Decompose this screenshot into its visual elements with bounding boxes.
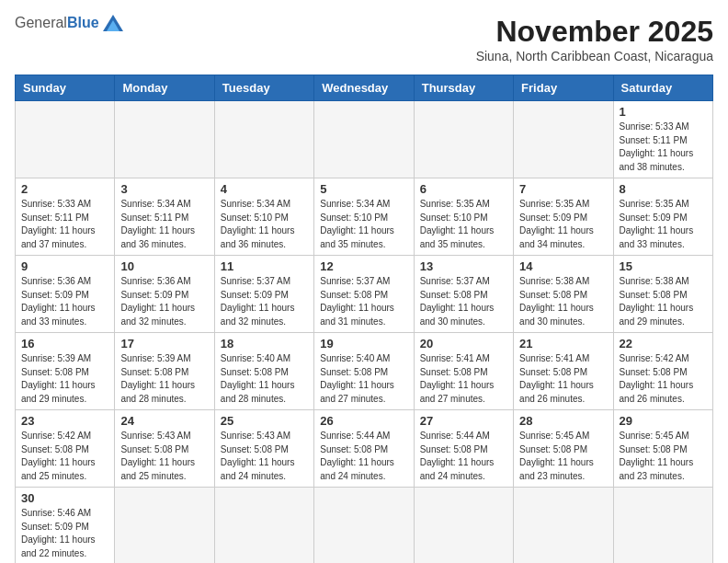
day-info: Sunrise: 5:37 AM Sunset: 5:08 PM Dayligh… [420, 275, 507, 328]
day-info: Sunrise: 5:33 AM Sunset: 5:11 PM Dayligh… [21, 198, 108, 251]
day-number: 12 [320, 259, 407, 273]
calendar-cell [514, 488, 613, 564]
day-info: Sunrise: 5:42 AM Sunset: 5:08 PM Dayligh… [21, 430, 108, 483]
calendar-cell: 29Sunrise: 5:45 AM Sunset: 5:08 PM Dayli… [613, 410, 712, 488]
calendar-cell [314, 488, 414, 564]
day-info: Sunrise: 5:35 AM Sunset: 5:09 PM Dayligh… [519, 198, 607, 251]
calendar-cell: 5Sunrise: 5:34 AM Sunset: 5:10 PM Daylig… [314, 178, 414, 256]
calendar-cell [414, 101, 513, 178]
title-block: November 2025 Siuna, North Caribbean Coa… [476, 15, 713, 63]
calendar-cell: 30Sunrise: 5:46 AM Sunset: 5:09 PM Dayli… [16, 488, 115, 564]
calendar-cell: 2Sunrise: 5:33 AM Sunset: 5:11 PM Daylig… [16, 178, 115, 256]
day-info: Sunrise: 5:40 AM Sunset: 5:08 PM Dayligh… [221, 352, 308, 406]
column-header-sunday: Sunday [16, 75, 115, 101]
day-info: Sunrise: 5:43 AM Sunset: 5:08 PM Dayligh… [221, 430, 308, 483]
day-number: 8 [620, 182, 707, 196]
day-info: Sunrise: 5:41 AM Sunset: 5:08 PM Dayligh… [519, 352, 607, 406]
day-info: Sunrise: 5:42 AM Sunset: 5:08 PM Dayligh… [620, 352, 707, 406]
day-number: 25 [221, 414, 308, 428]
day-info: Sunrise: 5:37 AM Sunset: 5:08 PM Dayligh… [320, 275, 407, 328]
calendar-cell: 13Sunrise: 5:37 AM Sunset: 5:08 PM Dayli… [414, 256, 513, 333]
calendar-cell: 21Sunrise: 5:41 AM Sunset: 5:08 PM Dayli… [514, 333, 613, 410]
location-subtitle: Siuna, North Caribbean Coast, Nicaragua [476, 49, 713, 63]
calendar-cell [514, 101, 613, 178]
logo: General Blue [15, 15, 123, 31]
calendar-week-row: 16Sunrise: 5:39 AM Sunset: 5:08 PM Dayli… [16, 333, 713, 410]
day-number: 10 [120, 259, 208, 273]
calendar-cell: 1Sunrise: 5:33 AM Sunset: 5:11 PM Daylig… [613, 101, 712, 178]
day-info: Sunrise: 5:38 AM Sunset: 5:08 PM Dayligh… [519, 275, 607, 328]
day-info: Sunrise: 5:45 AM Sunset: 5:08 PM Dayligh… [519, 430, 607, 483]
day-number: 7 [519, 182, 607, 196]
calendar-cell: 3Sunrise: 5:34 AM Sunset: 5:11 PM Daylig… [115, 178, 214, 256]
day-info: Sunrise: 5:36 AM Sunset: 5:09 PM Dayligh… [120, 275, 208, 328]
day-number: 3 [120, 182, 208, 196]
calendar-cell [214, 101, 313, 178]
calendar-cell: 28Sunrise: 5:45 AM Sunset: 5:08 PM Dayli… [514, 410, 613, 488]
day-number: 29 [620, 414, 707, 428]
day-number: 17 [120, 337, 208, 350]
calendar-cell: 24Sunrise: 5:43 AM Sunset: 5:08 PM Dayli… [115, 410, 214, 488]
day-number: 27 [420, 414, 507, 428]
day-number: 18 [221, 337, 308, 350]
calendar-week-row: 1Sunrise: 5:33 AM Sunset: 5:11 PM Daylig… [16, 101, 713, 178]
calendar-cell: 6Sunrise: 5:35 AM Sunset: 5:10 PM Daylig… [414, 178, 513, 256]
day-number: 24 [120, 414, 208, 428]
day-info: Sunrise: 5:39 AM Sunset: 5:08 PM Dayligh… [21, 352, 108, 406]
day-info: Sunrise: 5:41 AM Sunset: 5:08 PM Dayligh… [420, 352, 507, 406]
day-info: Sunrise: 5:46 AM Sunset: 5:09 PM Dayligh… [21, 507, 108, 560]
calendar-cell [115, 488, 214, 564]
day-info: Sunrise: 5:38 AM Sunset: 5:08 PM Dayligh… [620, 275, 707, 328]
day-info: Sunrise: 5:34 AM Sunset: 5:11 PM Dayligh… [120, 198, 208, 251]
day-info: Sunrise: 5:37 AM Sunset: 5:09 PM Dayligh… [221, 275, 308, 328]
day-info: Sunrise: 5:35 AM Sunset: 5:09 PM Dayligh… [620, 198, 707, 251]
logo-icon [103, 15, 123, 31]
calendar-cell: 12Sunrise: 5:37 AM Sunset: 5:08 PM Dayli… [314, 256, 414, 333]
day-info: Sunrise: 5:44 AM Sunset: 5:08 PM Dayligh… [320, 430, 407, 483]
calendar-header-row: SundayMondayTuesdayWednesdayThursdayFrid… [16, 75, 713, 101]
column-header-friday: Friday [514, 75, 613, 101]
column-header-saturday: Saturday [613, 75, 712, 101]
day-number: 14 [519, 259, 607, 273]
day-number: 22 [620, 337, 707, 350]
day-number: 15 [620, 259, 707, 273]
calendar-table: SundayMondayTuesdayWednesdayThursdayFrid… [15, 75, 713, 563]
calendar-cell: 27Sunrise: 5:44 AM Sunset: 5:08 PM Dayli… [414, 410, 513, 488]
day-info: Sunrise: 5:34 AM Sunset: 5:10 PM Dayligh… [320, 198, 407, 251]
day-number: 6 [420, 182, 507, 196]
day-number: 20 [420, 337, 507, 350]
calendar-week-row: 2Sunrise: 5:33 AM Sunset: 5:11 PM Daylig… [16, 178, 713, 256]
day-info: Sunrise: 5:43 AM Sunset: 5:08 PM Dayligh… [120, 430, 208, 483]
calendar-cell: 17Sunrise: 5:39 AM Sunset: 5:08 PM Dayli… [115, 333, 214, 410]
calendar-week-row: 23Sunrise: 5:42 AM Sunset: 5:08 PM Dayli… [16, 410, 713, 488]
day-number: 30 [21, 491, 108, 505]
day-info: Sunrise: 5:35 AM Sunset: 5:10 PM Dayligh… [420, 198, 507, 251]
calendar-cell [16, 101, 115, 178]
day-number: 2 [21, 182, 108, 196]
day-info: Sunrise: 5:33 AM Sunset: 5:11 PM Dayligh… [620, 121, 707, 174]
calendar-cell [414, 488, 513, 564]
calendar-cell: 15Sunrise: 5:38 AM Sunset: 5:08 PM Dayli… [613, 256, 712, 333]
day-number: 28 [519, 414, 607, 428]
day-number: 4 [221, 182, 308, 196]
calendar-cell [613, 488, 712, 564]
column-header-monday: Monday [115, 75, 214, 101]
calendar-cell: 8Sunrise: 5:35 AM Sunset: 5:09 PM Daylig… [613, 178, 712, 256]
day-info: Sunrise: 5:34 AM Sunset: 5:10 PM Dayligh… [221, 198, 308, 251]
day-number: 19 [320, 337, 407, 350]
calendar-cell: 4Sunrise: 5:34 AM Sunset: 5:10 PM Daylig… [214, 178, 313, 256]
month-title: November 2025 [476, 15, 713, 49]
day-info: Sunrise: 5:44 AM Sunset: 5:08 PM Dayligh… [420, 430, 507, 483]
calendar-cell: 25Sunrise: 5:43 AM Sunset: 5:08 PM Dayli… [214, 410, 313, 488]
calendar-cell: 16Sunrise: 5:39 AM Sunset: 5:08 PM Dayli… [16, 333, 115, 410]
calendar-week-row: 9Sunrise: 5:36 AM Sunset: 5:09 PM Daylig… [16, 256, 713, 333]
day-number: 21 [519, 337, 607, 350]
calendar-cell [214, 488, 313, 564]
day-number: 5 [320, 182, 407, 196]
calendar-cell: 22Sunrise: 5:42 AM Sunset: 5:08 PM Dayli… [613, 333, 712, 410]
calendar-cell: 18Sunrise: 5:40 AM Sunset: 5:08 PM Dayli… [214, 333, 313, 410]
day-number: 13 [420, 259, 507, 273]
day-info: Sunrise: 5:36 AM Sunset: 5:09 PM Dayligh… [21, 275, 108, 328]
logo-blue: Blue [67, 15, 99, 31]
calendar-cell: 9Sunrise: 5:36 AM Sunset: 5:09 PM Daylig… [16, 256, 115, 333]
